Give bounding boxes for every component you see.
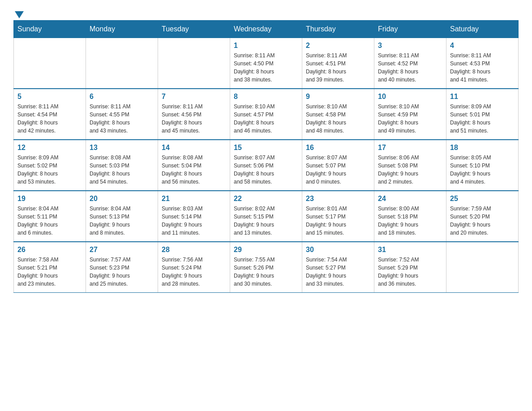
day-info: Sunrise: 8:04 AM Sunset: 5:11 PM Dayligh… [17,205,82,237]
day-number: 29 [234,246,298,254]
calendar-day-cell: 24Sunrise: 8:00 AM Sunset: 5:18 PM Dayli… [374,191,446,242]
day-info: Sunrise: 7:54 AM Sunset: 5:27 PM Dayligh… [306,256,370,288]
day-info: Sunrise: 8:11 AM Sunset: 4:56 PM Dayligh… [162,103,226,135]
calendar-day-cell: 28Sunrise: 7:56 AM Sunset: 5:24 PM Dayli… [158,242,230,293]
calendar-day-cell: 11Sunrise: 8:09 AM Sunset: 5:01 PM Dayli… [446,89,519,140]
calendar-day-cell [158,38,230,89]
day-of-week-header: Wednesday [230,21,302,38]
day-info: Sunrise: 8:05 AM Sunset: 5:10 PM Dayligh… [450,154,515,186]
calendar-day-cell [446,242,519,293]
day-number: 12 [17,144,82,152]
day-number: 10 [378,93,442,101]
day-info: Sunrise: 8:11 AM Sunset: 4:50 PM Dayligh… [234,51,298,84]
calendar-day-cell: 18Sunrise: 8:05 AM Sunset: 5:10 PM Dayli… [446,140,519,191]
calendar-day-cell: 31Sunrise: 7:52 AM Sunset: 5:29 PM Dayli… [374,242,446,293]
logo [13,9,24,16]
page-header [13,9,519,16]
day-number: 26 [17,246,82,254]
day-number: 13 [90,144,154,152]
day-info: Sunrise: 8:11 AM Sunset: 4:51 PM Dayligh… [306,51,370,84]
calendar-day-cell: 3Sunrise: 8:11 AM Sunset: 4:52 PM Daylig… [374,38,446,89]
days-header-row: SundayMondayTuesdayWednesdayThursdayFrid… [14,21,519,38]
day-of-week-header: Monday [86,21,158,38]
logo-triangle-icon [15,11,24,18]
day-info: Sunrise: 8:07 AM Sunset: 5:07 PM Dayligh… [306,154,370,186]
day-number: 17 [378,144,442,152]
day-number: 6 [90,93,154,101]
day-info: Sunrise: 8:08 AM Sunset: 5:03 PM Dayligh… [90,154,154,186]
day-info: Sunrise: 8:02 AM Sunset: 5:15 PM Dayligh… [234,205,298,237]
calendar-day-cell: 17Sunrise: 8:06 AM Sunset: 5:08 PM Dayli… [374,140,446,191]
calendar-day-cell: 14Sunrise: 8:08 AM Sunset: 5:04 PM Dayli… [158,140,230,191]
day-info: Sunrise: 8:06 AM Sunset: 5:08 PM Dayligh… [378,154,442,186]
calendar-day-cell [14,38,86,89]
calendar-day-cell: 27Sunrise: 7:57 AM Sunset: 5:23 PM Dayli… [86,242,158,293]
day-info: Sunrise: 8:10 AM Sunset: 4:58 PM Dayligh… [306,103,370,135]
calendar-week-row: 19Sunrise: 8:04 AM Sunset: 5:11 PM Dayli… [14,191,519,242]
day-number: 23 [306,195,370,203]
calendar-day-cell: 21Sunrise: 8:03 AM Sunset: 5:14 PM Dayli… [158,191,230,242]
calendar-day-cell: 29Sunrise: 7:55 AM Sunset: 5:26 PM Dayli… [230,242,302,293]
day-info: Sunrise: 8:08 AM Sunset: 5:04 PM Dayligh… [162,154,226,186]
day-number: 18 [450,144,515,152]
day-info: Sunrise: 8:07 AM Sunset: 5:06 PM Dayligh… [234,154,298,186]
calendar-week-row: 1Sunrise: 8:11 AM Sunset: 4:50 PM Daylig… [14,38,519,89]
day-info: Sunrise: 8:01 AM Sunset: 5:17 PM Dayligh… [306,205,370,237]
calendar-day-cell: 5Sunrise: 8:11 AM Sunset: 4:54 PM Daylig… [14,89,86,140]
calendar-week-row: 5Sunrise: 8:11 AM Sunset: 4:54 PM Daylig… [14,89,519,140]
day-info: Sunrise: 8:10 AM Sunset: 4:59 PM Dayligh… [378,103,442,135]
day-number: 7 [162,93,226,101]
calendar-day-cell: 23Sunrise: 8:01 AM Sunset: 5:17 PM Dayli… [302,191,374,242]
calendar-week-row: 26Sunrise: 7:58 AM Sunset: 5:21 PM Dayli… [14,242,519,293]
calendar-day-cell: 6Sunrise: 8:11 AM Sunset: 4:55 PM Daylig… [86,89,158,140]
day-of-week-header: Saturday [446,21,519,38]
calendar-day-cell: 16Sunrise: 8:07 AM Sunset: 5:07 PM Dayli… [302,140,374,191]
day-number: 28 [162,246,226,254]
day-info: Sunrise: 8:11 AM Sunset: 4:54 PM Dayligh… [17,103,82,135]
day-number: 14 [162,144,226,152]
day-number: 30 [306,246,370,254]
day-info: Sunrise: 8:11 AM Sunset: 4:53 PM Dayligh… [450,51,515,84]
day-number: 4 [450,42,515,50]
calendar-day-cell: 13Sunrise: 8:08 AM Sunset: 5:03 PM Dayli… [86,140,158,191]
day-info: Sunrise: 8:10 AM Sunset: 4:57 PM Dayligh… [234,103,298,135]
day-number: 11 [450,93,515,101]
calendar-day-cell: 15Sunrise: 8:07 AM Sunset: 5:06 PM Dayli… [230,140,302,191]
calendar-day-cell: 26Sunrise: 7:58 AM Sunset: 5:21 PM Dayli… [14,242,86,293]
day-number: 20 [90,195,154,203]
day-of-week-header: Sunday [14,21,86,38]
calendar-day-cell [86,38,158,89]
calendar-day-cell: 4Sunrise: 8:11 AM Sunset: 4:53 PM Daylig… [446,38,519,89]
day-info: Sunrise: 7:58 AM Sunset: 5:21 PM Dayligh… [17,256,82,288]
calendar-day-cell: 2Sunrise: 8:11 AM Sunset: 4:51 PM Daylig… [302,38,374,89]
calendar-day-cell: 20Sunrise: 8:04 AM Sunset: 5:13 PM Dayli… [86,191,158,242]
day-info: Sunrise: 8:11 AM Sunset: 4:52 PM Dayligh… [378,51,442,84]
day-of-week-header: Thursday [302,21,374,38]
day-number: 31 [378,246,442,254]
day-info: Sunrise: 8:09 AM Sunset: 5:01 PM Dayligh… [450,103,515,135]
day-of-week-header: Tuesday [158,21,230,38]
calendar-day-cell: 9Sunrise: 8:10 AM Sunset: 4:58 PM Daylig… [302,89,374,140]
day-info: Sunrise: 7:57 AM Sunset: 5:23 PM Dayligh… [90,256,154,288]
day-number: 3 [378,42,442,50]
calendar-day-cell: 12Sunrise: 8:09 AM Sunset: 5:02 PM Dayli… [14,140,86,191]
day-number: 1 [234,42,298,50]
day-number: 27 [90,246,154,254]
day-number: 16 [306,144,370,152]
day-info: Sunrise: 8:00 AM Sunset: 5:18 PM Dayligh… [378,205,442,237]
calendar-week-row: 12Sunrise: 8:09 AM Sunset: 5:02 PM Dayli… [14,140,519,191]
day-info: Sunrise: 7:52 AM Sunset: 5:29 PM Dayligh… [378,256,442,288]
day-number: 25 [450,195,515,203]
day-number: 5 [17,93,82,101]
day-info: Sunrise: 7:55 AM Sunset: 5:26 PM Dayligh… [234,256,298,288]
day-of-week-header: Friday [374,21,446,38]
calendar-day-cell: 22Sunrise: 8:02 AM Sunset: 5:15 PM Dayli… [230,191,302,242]
calendar-day-cell: 30Sunrise: 7:54 AM Sunset: 5:27 PM Dayli… [302,242,374,293]
day-info: Sunrise: 7:56 AM Sunset: 5:24 PM Dayligh… [162,256,226,288]
calendar-day-cell: 7Sunrise: 8:11 AM Sunset: 4:56 PM Daylig… [158,89,230,140]
calendar-table: SundayMondayTuesdayWednesdayThursdayFrid… [13,20,519,293]
day-number: 24 [378,195,442,203]
day-info: Sunrise: 8:04 AM Sunset: 5:13 PM Dayligh… [90,205,154,237]
day-number: 8 [234,93,298,101]
day-number: 21 [162,195,226,203]
